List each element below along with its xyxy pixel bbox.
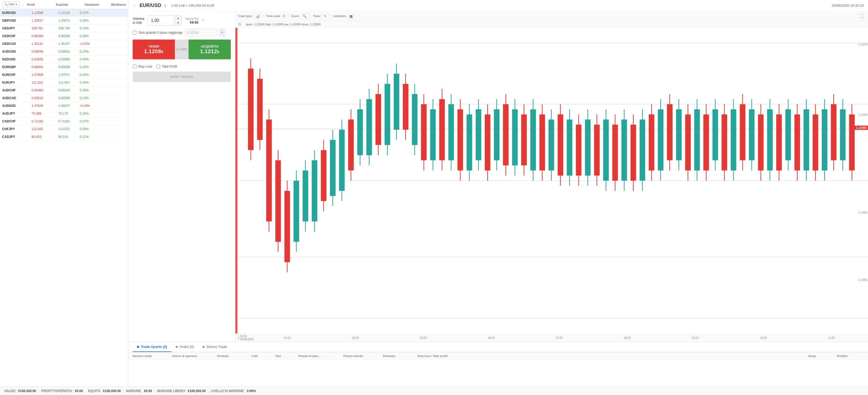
inst-name: AUDNZD — [2, 104, 32, 108]
instrument-row[interactable]: EURJPY 121.922 121.967 0.46% — [0, 79, 128, 87]
time-scale-value[interactable]: 5 — [281, 13, 287, 19]
instrument-row[interactable]: USDCAD 1.35141 1.35197 -0.02% — [0, 40, 128, 48]
instrument-row[interactable]: CADCHF 0.71183 0.71281 0.07% — [0, 118, 128, 125]
time-2: 04:15 — [253, 336, 321, 339]
inst-buy: 1.12120 — [58, 11, 80, 15]
take-profit-checkbox[interactable] — [156, 65, 160, 68]
inst-name: USDJPY — [2, 27, 32, 30]
instrument-row[interactable]: AUDNZD 1.07945 1.08037 -0.24% — [0, 102, 128, 110]
chart-toolbar: Chart type: 📊 Time scale 5 Zoom: 🔍 — [235, 11, 868, 21]
instrument-row[interactable]: EURGBP 0.89054 0.89098 0.10% — [0, 63, 128, 71]
info-icon[interactable]: ℹ — [164, 3, 166, 8]
time-9: 10:05 — [730, 336, 797, 339]
indicators-label: Indicators: — [333, 14, 347, 18]
table-header: Prezzo attuale — [343, 354, 381, 358]
pip-label: Valore Pip — [185, 17, 198, 20]
right-panel: ☆ EUR/USD ℹ 1.00 Lott = 100,000.00 EUR 0… — [128, 0, 868, 387]
instrument-row[interactable]: USDJPY 108.761 108.794 0.10% — [0, 25, 128, 32]
tab-dot-1 — [137, 346, 139, 348]
header-date: 03/06/2020 10:35:23 — [832, 3, 864, 7]
instrument-row[interactable]: AUDCHF 0.66460 0.66540 0.20% — [0, 87, 128, 94]
buy-button[interactable]: ACQUISTA 1.12120 — [188, 39, 231, 59]
filter-select[interactable]: 🔍 Filtro ▾ — [2, 2, 20, 7]
saldo-label: SALDO: — [4, 389, 16, 393]
instrument-row[interactable]: USDCHF 0.96260 0.96306 0.06% — [0, 32, 128, 40]
tab-ordini[interactable]: Ordini (0) — [172, 342, 198, 352]
fullscreen-button[interactable]: ⛶ — [858, 13, 865, 19]
inst-sell: 1.07945 — [32, 104, 58, 108]
profitto-label: PROFITTO/PERDITA: — [41, 389, 73, 393]
price-label-4: 1.11885 — [858, 278, 868, 282]
tab-trade-aperto[interactable]: Trade Aperto (0) — [133, 342, 172, 352]
inst-sell: 1.07909 — [32, 73, 58, 77]
sell-price: 1.12088 — [137, 48, 170, 55]
time-6: 07:35 — [525, 336, 593, 339]
tab-1-label: Trade Aperto (0) — [141, 345, 167, 349]
inst-sell: 80.433 — [32, 135, 58, 139]
volume-row: Volume in lotti ▲ ▼ Valore Pip €8.92 — [133, 15, 231, 26]
instrument-row[interactable]: AUDUSD 0.69048 0.69091 0.15% — [0, 48, 128, 56]
sell-buy-row: VENDI 1.12088 3.2 PIPS ACQUISTA — [133, 39, 231, 59]
tab-storico[interactable]: Storico Trade — [198, 342, 231, 352]
inst-name: AUDUSD — [2, 50, 32, 54]
inst-name: EURUSD — [2, 11, 32, 15]
tab-2-label: Ordini (0) — [180, 345, 194, 349]
inst-sell: 1.12088 — [32, 11, 58, 15]
chart-area: Chart type: 📊 Time scale 5 Zoom: 🔍 — [235, 11, 868, 342]
time-7: 08:25 — [593, 336, 661, 339]
inst-sell: 121.922 — [32, 81, 58, 85]
time-8: 09:15 — [661, 336, 729, 339]
stop-loss-checkbox[interactable] — [133, 65, 136, 68]
sell-button[interactable]: VENDI 1.12088 — [133, 39, 175, 59]
volume-down-button[interactable]: ▼ — [175, 21, 182, 25]
chart-settings-icon[interactable]: ⚙ — [238, 22, 242, 27]
star-icon[interactable]: ☆ — [133, 3, 136, 8]
rate-arrow-icon: ▼ — [219, 29, 226, 36]
app-container: 🔍 Filtro ▾ | Vendi Acquista Variazione A… — [0, 0, 868, 395]
tools-group: Tools: ↖ — [313, 13, 329, 19]
rate-input[interactable] — [185, 29, 217, 36]
zoom-label: Zoom: — [291, 14, 300, 18]
zoom-button[interactable]: 🔍 — [301, 13, 309, 19]
open-trade-button[interactable]: APRI TRADE — [133, 72, 231, 82]
pip-value: €8.92 — [185, 20, 198, 24]
indicators-button[interactable]: ▦ — [348, 13, 354, 19]
inst-name: CHFJPY — [2, 127, 32, 131]
left-panel: 🔍 Filtro ▾ | Vendi Acquista Variazione A… — [0, 0, 128, 387]
instrument-row[interactable]: AUDJPY 75.088 75.172 0.24% — [0, 110, 128, 118]
saldo-value: €100,000.00 — [18, 389, 36, 393]
instrument-row[interactable]: EURUSD 1.12088 1.12120 0.37% — [0, 9, 128, 17]
volume-up-button[interactable]: ▲ — [175, 16, 182, 21]
sell-label: VENDI — [137, 44, 170, 48]
instrument-row[interactable]: CHFJPY 112.932 113.021 0.05% — [0, 125, 128, 133]
search-icon: 🔍 — [4, 3, 8, 6]
volume-input[interactable] — [148, 16, 174, 25]
profitto-value: €0.00 — [75, 389, 83, 393]
time-scale-group: Time scale 5 — [266, 13, 287, 19]
inst-buy: 113.021 — [58, 127, 80, 131]
buy-price: 1.12120 — [193, 48, 226, 55]
chart-info-icon[interactable]: ℹ — [238, 336, 239, 340]
tab-dot-2 — [176, 346, 178, 348]
table-header: Distanza — [383, 354, 415, 358]
help-icon[interactable]: ? — [202, 19, 204, 23]
inst-name: USDCHF — [2, 34, 32, 38]
instrument-row[interactable]: EURCHF 1.07909 1.07971 0.42% — [0, 71, 128, 79]
instrument-row[interactable]: NZDUSD 0.63935 0.63980 0.40% — [0, 56, 128, 63]
rate-row: Solo quando il tasso raggiunge ▼ — [133, 29, 231, 36]
inst-sell: 0.66460 — [32, 89, 58, 92]
table-header: Swap — [808, 354, 835, 358]
instrument-row[interactable]: AUDCAD 0.93316 0.93398 0.13% — [0, 94, 128, 102]
inst-name: CADCHF — [2, 120, 32, 123]
rate-checkbox[interactable] — [133, 31, 136, 34]
inst-change: 0.10% — [80, 27, 126, 30]
tools-label: Tools: — [313, 14, 321, 18]
chart-type-label: Chart type: — [238, 14, 252, 18]
instrument-row[interactable]: CADJPY 80.433 80.516 0.11% — [0, 133, 128, 141]
tools-cursor-button[interactable]: ↖ — [322, 13, 329, 19]
instrument-row[interactable]: GBPUSD 1.25837 1.25872 0.28% — [0, 17, 128, 25]
candlestick-button[interactable]: 📊 — [253, 13, 261, 19]
chart-canvas: 1.12279 1.12180 1.11984 1.11885 1.12088 — [235, 28, 868, 333]
price-label-3: 1.11984 — [858, 211, 868, 214]
pip-info: Valore Pip €8.92 — [185, 17, 198, 24]
